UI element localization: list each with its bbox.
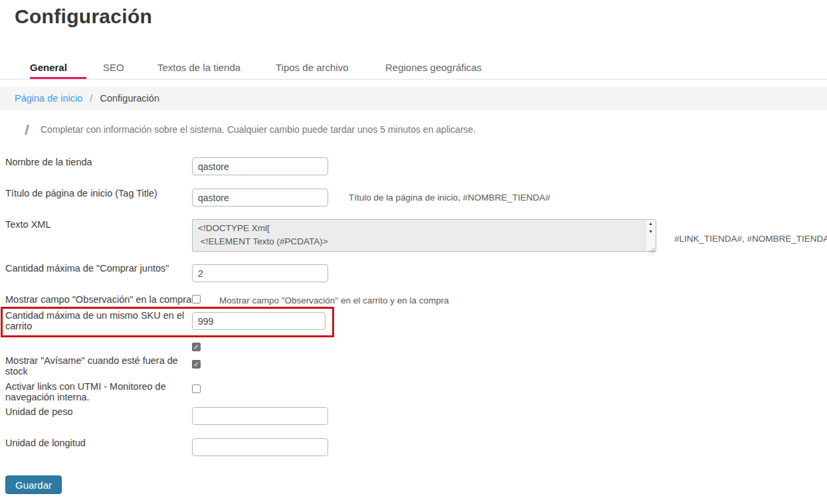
breadcrumb: Página de inicio / Configuración (0, 86, 827, 110)
utmi-links-label: Activar links con UTMI - Monitoreo de na… (5, 382, 190, 402)
home-title-label: Título de página de inicio (Tag Title) (5, 189, 157, 199)
resize-grip-icon[interactable] (649, 244, 656, 251)
configuration-page: Configuración General SEO Textos de la t… (0, 0, 827, 504)
breadcrumb-current: Configuración (100, 93, 159, 104)
xml-text-label: Texto XML (5, 220, 51, 230)
page-title: Configuración (15, 5, 152, 28)
info-bar-icon (25, 125, 29, 135)
max-buy-together-label: Cantidad máxima de "Comprar juntos" (5, 264, 169, 274)
home-title-input[interactable] (192, 189, 328, 207)
info-note-text: Completar con información sobre el siste… (41, 124, 476, 135)
store-name-label: Nombre de la tienda (5, 157, 92, 168)
xml-textarea-wrap: <!DOCTYPE Xml[ <!ELEMENT Texto (#PCDATA)… (192, 219, 656, 252)
xml-textarea[interactable]: <!DOCTYPE Xml[ <!ELEMENT Texto (#PCDATA)… (192, 219, 656, 252)
tab-regiones-geograficas[interactable]: Regiones geográficas (385, 62, 482, 73)
tab-general[interactable]: General (30, 62, 67, 73)
tab-seo[interactable]: SEO (103, 62, 124, 73)
max-sku-qty-input[interactable] (192, 312, 325, 330)
show-notify-me-checkbox[interactable]: ✓ (192, 360, 201, 369)
unlabeled-checkbox[interactable]: ✓ (192, 343, 201, 351)
home-title-hint: Título de la página de inicio, #NOMBRE_T… (349, 193, 550, 203)
save-button[interactable]: Guardar (5, 475, 62, 494)
show-notify-me-label: Mostrar "Avísame" cuando esté fuera de s… (5, 356, 190, 377)
scroll-down-icon[interactable]: ▼ (646, 228, 656, 236)
breadcrumb-home-link[interactable]: Página de inicio (15, 93, 82, 104)
show-observation-label: Mostrar campo "Observación" en la compra (5, 295, 193, 305)
scroll-up-icon[interactable]: ▲ (646, 220, 656, 228)
tab-bar: General SEO Textos de la tienda Tipos de… (0, 57, 827, 80)
weight-unit-label: Unidad de peso (5, 407, 73, 418)
length-unit-label: Unidad de longitud (5, 438, 86, 449)
store-name-input[interactable] (192, 157, 328, 175)
length-unit-input[interactable] (192, 438, 328, 456)
weight-unit-input[interactable] (192, 407, 328, 425)
breadcrumb-separator: / (90, 93, 92, 104)
max-sku-qty-label: Cantidad máxima de un mismo SKU en el ca… (5, 311, 186, 331)
show-observation-hint: Mostrar campo "Observación" en el carrit… (219, 295, 449, 305)
utmi-links-checkbox[interactable]: ✓ (192, 384, 201, 393)
check-icon: ✓ (193, 361, 199, 368)
active-tab-underline (30, 77, 86, 79)
tab-tipos-de-archivo[interactable]: Tipos de archivo (276, 62, 349, 73)
max-buy-together-input[interactable] (192, 264, 328, 282)
check-icon: ✓ (193, 343, 199, 351)
show-observation-checkbox[interactable]: ✓ (192, 295, 201, 303)
xml-text-hint: #LINK_TIENDA#, #NOMBRE_TIENDA# (674, 234, 827, 244)
tab-textos-de-la-tienda[interactable]: Textos de la tienda (157, 62, 240, 73)
